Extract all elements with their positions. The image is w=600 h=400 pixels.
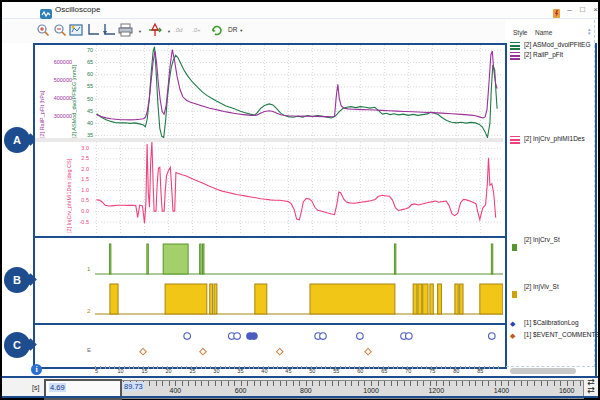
window-title: Oscilloscope [55, 5, 100, 14]
time-slider-bar: [s] 2004006008001000120014001600 4.69 89… [2, 378, 598, 396]
maximize-button[interactable]: □ [576, 4, 589, 15]
time-tick-label: 10 [117, 368, 123, 374]
time-tick-label: 50 [309, 368, 315, 374]
time-tick-label: 75 [429, 368, 435, 374]
time-tick-label: 45 [285, 368, 291, 374]
y-tick-label: 0.0 [81, 208, 89, 214]
toolbar: ▼ ▼ .0d .0+ DR ▼ [2, 19, 505, 43]
zoom-in-icon[interactable] [36, 23, 51, 38]
ruler-tick-label: 1200 [428, 387, 444, 394]
plot-events[interactable] [95, 325, 503, 362]
range-end-value: 89.73 [123, 382, 144, 391]
time-tick-label: 35 [237, 368, 243, 374]
axis-ticks-railp: 300000400000500000600000 [46, 45, 73, 138]
axis-ticks-injcrv: -0.50.00.51.01.52.02.53.0 [72, 142, 90, 233]
annotation-badge-a: A [4, 127, 30, 153]
plot-digital[interactable] [95, 239, 503, 319]
legend-header-name: Name [535, 29, 552, 36]
close-button[interactable]: × [589, 4, 600, 15]
time-tick-label: 5 [95, 368, 98, 374]
diamond-marker-icon: ◆ [510, 320, 520, 328]
y-tick-label: 60 [87, 71, 93, 77]
event-row-label: E [87, 347, 91, 353]
y-tick-label: 1.5 [81, 176, 89, 182]
axis-label-asmod: [2] ASMod_dvolPFltEG [mm3] [71, 45, 77, 138]
legend-horizontal-scrollbar[interactable] [510, 368, 576, 374]
unit-label: [s] [32, 384, 39, 391]
axis-default-icon[interactable] [86, 23, 101, 38]
time-tick-label: 65 [381, 368, 387, 374]
axis-label-railp: [2] RailP_pFlt [hPa] [39, 45, 45, 138]
y-tick-label: 400000 [54, 95, 72, 101]
ruler-tick-label: 1600 [559, 387, 575, 394]
time-tick-label: 30 [213, 368, 219, 374]
zoom-fit-icon[interactable] [69, 23, 84, 38]
legend-scroll-arrows[interactable]: ▴▾ [588, 27, 591, 35]
annotation-badge-c: C [4, 332, 30, 358]
y-tick-label: 300000 [54, 113, 72, 119]
y-tick-label: 0.5 [81, 197, 89, 203]
info-icon[interactable]: i [31, 364, 42, 375]
y-tick-label: 50 [87, 96, 93, 102]
decimal-remove-button[interactable]: .0+ [192, 27, 208, 42]
y-tick-label: 1.0 [81, 187, 89, 193]
y-tick-label: 55 [87, 83, 93, 89]
ruler-tick-label: 1000 [363, 387, 379, 394]
y-tick-label: 3.0 [81, 145, 89, 151]
range-start-value: 4.69 [49, 383, 66, 392]
y-tick-label: 2.0 [81, 166, 89, 172]
time-tick-label: 40 [261, 368, 267, 374]
time-tick-label: 60 [357, 368, 363, 374]
annotation-badge-b: B [4, 267, 30, 293]
dr-menu-label: DR [228, 26, 237, 33]
content-right-border [595, 43, 597, 397]
step-style-swatch [510, 284, 520, 292]
step-style-swatch [510, 237, 520, 245]
dr-menu-button[interactable]: DR ▼ [228, 26, 250, 41]
y-tick-label: 40 [87, 120, 93, 126]
legend-panel: Style Name ▴▾ [506, 20, 595, 367]
digital-row2-label: 2 [87, 308, 90, 314]
time-tick-label: 20 [165, 368, 171, 374]
line-style-swatch [510, 42, 520, 50]
zoom-out-icon[interactable] [53, 23, 68, 38]
measure-tool-icon[interactable]: ▼ [147, 23, 171, 38]
y-tick-label: -0.5 [80, 219, 89, 225]
time-tick-label: 15 [141, 368, 147, 374]
oscilloscope-window: Oscilloscope – □ × ▼ ▼ .0d .0+ [2, 2, 598, 398]
y-tick-label: 500000 [54, 77, 72, 83]
time-tick-label: 25 [189, 368, 195, 374]
y-tick-label: 45 [87, 108, 93, 114]
line-style-swatch [510, 52, 520, 60]
ruler-tick-label: 800 [300, 387, 312, 394]
line-style-swatch [510, 136, 520, 144]
ruler-tick-label: 1400 [494, 387, 510, 394]
decimal-add-button[interactable]: .0d [174, 27, 190, 42]
print-icon[interactable]: ▼ [118, 23, 142, 38]
ruler-tick-label: 600 [235, 387, 247, 394]
apply-changes-icon[interactable] [210, 23, 225, 38]
legend-header-style: Style [513, 29, 527, 36]
minimize-button[interactable]: – [563, 4, 576, 15]
axis-scale-icon[interactable] [102, 23, 117, 38]
y-tick-label: 65 [87, 59, 93, 65]
title-bar: Oscilloscope – □ × [2, 2, 598, 19]
plot-analog-upper[interactable] [95, 45, 503, 138]
y-tick-label: 600000 [54, 59, 72, 65]
time-tick-label: 70 [405, 368, 411, 374]
time-tick-label: 80 [453, 368, 459, 374]
ruler-tick-label: 400 [170, 387, 182, 394]
time-tick-label: 55 [333, 368, 339, 374]
screenshot-frame: Oscilloscope – □ × ▼ ▼ .0d .0+ [0, 0, 600, 400]
y-tick-label: 70 [87, 47, 93, 53]
time-tick-label: 85 [477, 368, 483, 374]
axis-ticks-asmod: 3540455055606570 [78, 45, 94, 138]
window-bottom-border [2, 396, 598, 398]
plot-analog-lower[interactable] [95, 142, 503, 233]
sync-arrows-icon[interactable]: ⇄⇄ [584, 378, 598, 396]
diamond-marker-icon: ◆ [510, 332, 520, 340]
digital-row1-label: 1 [87, 266, 90, 272]
y-tick-label: 2.5 [81, 155, 89, 161]
